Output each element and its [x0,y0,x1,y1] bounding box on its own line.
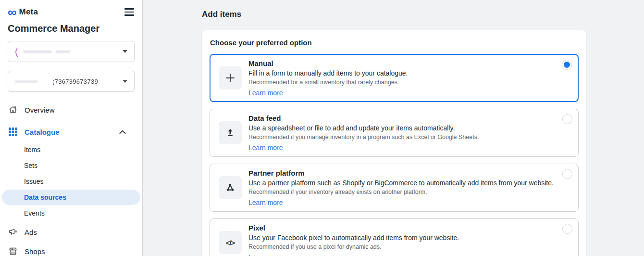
subnav-label: Items [24,146,40,154]
sidebar: ∞ Meta Commerce Manager ( (736739673739 [0,0,143,256]
subnav-label: Events [24,209,45,217]
megaphone-icon [8,227,18,237]
business-selector[interactable]: ( [8,41,135,62]
sidebar-item-sets[interactable]: Sets [2,158,140,173]
business-selector-value: ( [15,46,18,57]
radio-button[interactable] [562,114,572,124]
network-icon [219,176,242,199]
option-description: Fill in a form to manually add items to … [248,69,408,77]
grid-icon [8,128,18,136]
option-title: Pixel [248,224,459,232]
menu-icon[interactable] [124,7,135,17]
sidebar-item-ads[interactable]: Ads [8,223,135,241]
sidebar-item-label: Overview [25,106,55,114]
sidebar-item-label: Shops [25,247,45,256]
option-description: Use a spreadsheet or file to add and upd… [248,124,479,132]
sidebar-item-items[interactable]: Items [2,142,140,157]
option-card-data-feed[interactable]: Data feed Use a spreadsheet or file to a… [210,109,579,157]
upload-icon [219,121,242,144]
option-body: Data feed Use a spreadsheet or file to a… [248,114,479,152]
page-title: Add items [202,10,644,19]
chevron-down-icon [123,50,127,53]
meta-infinity-icon: ∞ [8,7,17,17]
sidebar-item-overview[interactable]: Overview [8,101,135,119]
option-recommendation: Recommended if you manage inventory in a… [248,134,479,141]
catalogue-selector[interactable]: (736739673739 [8,71,135,92]
option-title: Manual [248,59,408,67]
radio-button[interactable] [562,60,572,70]
option-card-partner-platform[interactable]: Partner platform Use a partner platform … [210,164,579,212]
chevron-down-icon [123,80,127,83]
option-card-pixel[interactable]: </> Pixel Use your Facebook pixel to aut… [210,218,579,256]
sidebar-item-label: Catalogue [25,128,60,136]
option-body: Partner platform Use a partner platform … [248,169,554,206]
subnav-label: Issues [24,178,43,185]
main-content: Add items Choose your preferred option M… [143,0,644,256]
option-description: Use your Facebook pixel to automatically… [248,234,459,242]
sidebar-item-data-sources[interactable]: Data sources [2,190,140,205]
learn-more-link[interactable]: Learn more [248,144,283,152]
subnav-label: Data sources [24,193,66,201]
learn-more-link[interactable]: Learn more [248,199,283,206]
option-description: Use a partner platform such as Shopify o… [248,179,554,187]
code-icon: </> [219,231,242,254]
option-title: Data feed [248,114,479,122]
panel-title: Choose your preferred option [210,38,579,47]
option-recommendation: Recommended for a small inventory that r… [248,79,408,86]
catalogue-subnav: Items Sets Issues Data sources Events [8,142,135,221]
subnav-label: Sets [24,162,37,169]
sidebar-nav: Overview Catalogue Items Se [8,101,135,256]
sidebar-item-shops[interactable]: Shops [8,242,135,256]
learn-more-link[interactable]: Learn more [248,89,283,97]
home-icon [8,105,18,115]
option-body: Pixel Use your Facebook pixel to automat… [248,224,459,256]
plus-icon [219,66,242,90]
sidebar-item-events[interactable]: Events [2,205,140,221]
options-panel: Choose your preferred option Manual Fill… [202,30,586,256]
learn-more-link[interactable]: Learn more [248,254,283,256]
sidebar-item-label: Ads [25,228,37,236]
option-body: Manual Fill in a form to manually add it… [248,59,408,97]
sidebar-item-issues[interactable]: Issues [2,174,140,189]
catalogue-selector-value: (736739673739 [52,78,98,85]
meta-logo[interactable]: ∞ Meta [8,7,38,17]
option-card-manual[interactable]: Manual Fill in a form to manually add it… [210,54,579,102]
chevron-up-icon[interactable] [119,130,126,134]
option-title: Partner platform [248,169,554,177]
brand-row: ∞ Meta [8,6,135,18]
storefront-icon [8,246,18,256]
redacted-text [23,51,52,53]
app-title: Commerce Manager [8,23,135,34]
redacted-text [56,51,70,53]
radio-button[interactable] [562,224,572,234]
redacted-text [15,80,38,83]
sidebar-item-catalogue[interactable]: Catalogue [8,123,135,141]
option-recommendation: Recommended if you use a pixel for dynam… [248,243,459,250]
radio-button[interactable] [562,169,572,179]
sidebar-bottom-nav: Ads Shops [8,223,135,256]
option-recommendation: Recommended if your inventory already ex… [248,189,554,195]
meta-wordmark: Meta [19,7,38,17]
